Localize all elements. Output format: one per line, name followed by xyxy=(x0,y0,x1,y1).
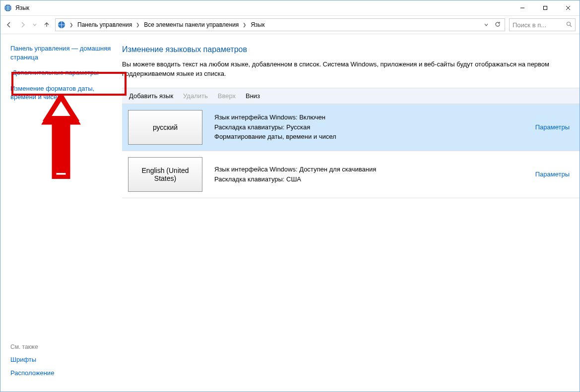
sidebar-link-advanced-settings[interactable]: Дополнительные параметры xyxy=(10,66,116,79)
svg-line-7 xyxy=(570,25,572,27)
up-button[interactable] xyxy=(42,20,51,29)
toolbar-move-down[interactable]: Вниз xyxy=(246,92,260,100)
language-tile-english[interactable]: English (United States) xyxy=(128,157,202,192)
back-button[interactable] xyxy=(4,20,13,29)
address-bar: ❯ Панель управления ❯ Все элементы панел… xyxy=(0,15,580,34)
svg-point-6 xyxy=(567,22,571,25)
language-row-english[interactable]: English (United States) Язык интерфейса … xyxy=(122,151,580,198)
breadcrumb-box[interactable]: ❯ Панель управления ❯ Все элементы панел… xyxy=(55,18,505,31)
language-options-link[interactable]: Параметры xyxy=(535,170,570,178)
language-toolbar: Добавить язык Удалить Вверх Вниз xyxy=(122,88,580,104)
titlebar: Язык xyxy=(0,0,580,15)
language-options-link[interactable]: Параметры xyxy=(535,123,570,131)
sidebar-link-fonts[interactable]: Шрифты xyxy=(10,355,116,364)
chevron-right-icon: ❯ xyxy=(134,22,142,27)
address-dropdown-button[interactable] xyxy=(483,21,490,29)
see-also-label: См. также xyxy=(10,343,116,350)
page-heading: Изменение языковых параметров xyxy=(122,45,568,54)
sidebar-link-date-formats[interactable]: Изменение форматов даты, времени и чисел xyxy=(10,84,116,102)
lang-keyboard-layout: Раскладка клавиатуры: США xyxy=(214,174,535,184)
language-tile-russian[interactable]: русский xyxy=(128,110,202,145)
window-title: Язык xyxy=(15,4,29,11)
lang-date-format: Форматирование даты, времени и чисел xyxy=(214,132,535,142)
svg-rect-2 xyxy=(544,6,547,10)
language-app-icon xyxy=(3,3,12,12)
search-placeholder: Поиск в п... xyxy=(513,21,546,29)
toolbar-add-language[interactable]: Добавить язык xyxy=(129,92,173,100)
forward-button[interactable] xyxy=(18,20,27,29)
lang-display-status: Язык интерфейса Windows: Включен xyxy=(214,112,535,122)
language-info-russian: Язык интерфейса Windows: Включен Расклад… xyxy=(214,112,535,142)
search-icon xyxy=(566,21,572,29)
chevron-right-icon: ❯ xyxy=(67,22,75,27)
breadcrumb-control-panel[interactable]: Панель управления xyxy=(77,21,132,28)
close-button[interactable] xyxy=(557,0,580,15)
lang-keyboard-layout: Раскладка клавиатуры: Русская xyxy=(214,122,535,132)
lang-display-status: Язык интерфейса Windows: Доступен для ск… xyxy=(214,165,535,174)
search-input[interactable]: Поиск в п... xyxy=(509,18,576,31)
language-folder-icon xyxy=(58,21,65,29)
sidebar: Панель управления — домашняя страница До… xyxy=(0,34,122,392)
language-row-russian[interactable]: русский Язык интерфейса Windows: Включен… xyxy=(122,104,580,151)
toolbar-move-up: Вверх xyxy=(218,92,236,100)
content-area: Изменение языковых параметров Вы можете … xyxy=(122,34,580,392)
chevron-right-icon: ❯ xyxy=(241,22,249,27)
language-info-english: Язык интерфейса Windows: Доступен для ск… xyxy=(214,165,535,184)
minimize-button[interactable] xyxy=(511,0,534,15)
breadcrumb-all-items[interactable]: Все элементы панели управления xyxy=(144,21,239,28)
sidebar-link-home[interactable]: Панель управления — домашняя страница xyxy=(10,44,116,61)
breadcrumb-language[interactable]: Язык xyxy=(251,21,264,28)
page-subtext: Вы можете вводить текст на любом языке, … xyxy=(122,60,568,79)
maximize-button[interactable] xyxy=(534,0,557,15)
refresh-button[interactable] xyxy=(493,21,503,29)
sidebar-link-location[interactable]: Расположение xyxy=(10,369,116,378)
toolbar-remove-language: Удалить xyxy=(183,92,208,100)
recent-locations-button[interactable] xyxy=(32,20,37,29)
